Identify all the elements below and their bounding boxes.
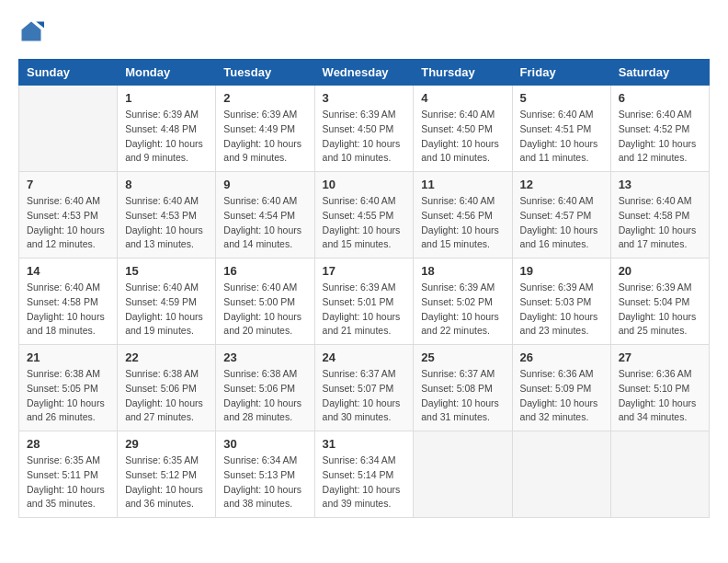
calendar-table: SundayMondayTuesdayWednesdayThursdayFrid…: [18, 59, 710, 518]
sunset: Sunset: 5:11 PM: [27, 469, 98, 480]
daylight: Daylight: 10 hours and 12 minutes.: [619, 138, 697, 164]
sunrise: Sunrise: 6:40 AM: [125, 195, 199, 206]
daylight: Daylight: 10 hours and 16 minutes.: [520, 224, 598, 250]
sunrise: Sunrise: 6:40 AM: [125, 282, 199, 293]
day-number: 14: [27, 264, 109, 278]
calendar-cell: 18 Sunrise: 6:39 AM Sunset: 5:02 PM Dayl…: [414, 259, 512, 345]
daylight: Daylight: 10 hours and 23 minutes.: [520, 311, 598, 337]
daylight: Daylight: 10 hours and 26 minutes.: [27, 397, 105, 423]
day-number: 11: [421, 178, 504, 191]
day-info: Sunrise: 6:36 AM Sunset: 5:09 PM Dayligh…: [520, 367, 603, 425]
day-info: Sunrise: 6:39 AM Sunset: 5:01 PM Dayligh…: [323, 281, 406, 339]
sunset: Sunset: 4:51 PM: [520, 123, 592, 134]
daylight: Daylight: 10 hours and 32 minutes.: [520, 397, 598, 423]
sunrise: Sunrise: 6:40 AM: [323, 195, 396, 206]
daylight: Daylight: 10 hours and 12 minutes.: [27, 224, 105, 250]
day-info: Sunrise: 6:39 AM Sunset: 4:49 PM Dayligh…: [223, 108, 306, 166]
day-info: Sunrise: 6:34 AM Sunset: 5:13 PM Dayligh…: [223, 454, 306, 511]
calendar-cell: 1 Sunrise: 6:39 AM Sunset: 4:48 PM Dayli…: [118, 86, 216, 172]
day-number: 4: [421, 91, 504, 105]
day-info: Sunrise: 6:40 AM Sunset: 4:58 PM Dayligh…: [27, 281, 109, 339]
sunrise: Sunrise: 6:40 AM: [619, 195, 692, 206]
sunrise: Sunrise: 6:38 AM: [27, 368, 100, 379]
sunset: Sunset: 5:03 PM: [520, 296, 592, 307]
sunrise: Sunrise: 6:38 AM: [125, 368, 199, 379]
sunrise: Sunrise: 6:40 AM: [421, 109, 495, 120]
sunset: Sunset: 4:58 PM: [619, 210, 690, 221]
day-number: 1: [125, 91, 208, 105]
sunset: Sunset: 5:10 PM: [619, 383, 690, 394]
sunrise: Sunrise: 6:39 AM: [421, 282, 495, 293]
day-info: Sunrise: 6:39 AM Sunset: 5:03 PM Dayligh…: [520, 281, 603, 339]
day-info: Sunrise: 6:37 AM Sunset: 5:07 PM Dayligh…: [323, 367, 406, 425]
sunrise: Sunrise: 6:35 AM: [125, 454, 199, 465]
sunset: Sunset: 4:52 PM: [619, 123, 690, 134]
day-number: 17: [323, 264, 406, 278]
calendar-cell: 20 Sunrise: 6:39 AM Sunset: 5:04 PM Dayl…: [610, 259, 709, 345]
day-info: Sunrise: 6:37 AM Sunset: 5:08 PM Dayligh…: [421, 367, 504, 425]
sunrise: Sunrise: 6:40 AM: [27, 282, 100, 293]
daylight: Daylight: 10 hours and 25 minutes.: [619, 311, 697, 337]
sunrise: Sunrise: 6:40 AM: [520, 195, 594, 206]
day-number: 10: [323, 178, 406, 191]
daylight: Daylight: 10 hours and 13 minutes.: [125, 224, 203, 250]
day-info: Sunrise: 6:40 AM Sunset: 4:53 PM Dayligh…: [125, 194, 208, 252]
day-info: Sunrise: 6:39 AM Sunset: 4:48 PM Dayligh…: [125, 108, 208, 166]
day-info: Sunrise: 6:40 AM Sunset: 4:58 PM Dayligh…: [619, 194, 701, 252]
calendar-cell: 26 Sunrise: 6:36 AM Sunset: 5:09 PM Dayl…: [512, 345, 610, 431]
calendar-cell: 5 Sunrise: 6:40 AM Sunset: 4:51 PM Dayli…: [512, 86, 610, 172]
sunrise: Sunrise: 6:40 AM: [619, 109, 692, 120]
sunset: Sunset: 4:58 PM: [27, 296, 98, 307]
calendar-cell: 4 Sunrise: 6:40 AM Sunset: 4:50 PM Dayli…: [414, 86, 512, 172]
day-number: 12: [520, 178, 603, 191]
calendar-cell: 25 Sunrise: 6:37 AM Sunset: 5:08 PM Dayl…: [414, 345, 512, 431]
sunset: Sunset: 4:53 PM: [27, 210, 98, 221]
day-number: 7: [27, 178, 109, 191]
header-friday: Friday: [512, 60, 610, 86]
sunset: Sunset: 5:05 PM: [27, 383, 98, 394]
sunrise: Sunrise: 6:40 AM: [223, 282, 297, 293]
sunset: Sunset: 5:04 PM: [619, 296, 690, 307]
daylight: Daylight: 10 hours and 30 minutes.: [323, 397, 401, 423]
day-number: 24: [323, 350, 406, 364]
week-row-5: 28 Sunrise: 6:35 AM Sunset: 5:11 PM Dayl…: [19, 431, 710, 518]
calendar-cell: 14 Sunrise: 6:40 AM Sunset: 4:58 PM Dayl…: [19, 259, 118, 345]
day-info: Sunrise: 6:38 AM Sunset: 5:05 PM Dayligh…: [27, 367, 109, 425]
calendar-cell: 13 Sunrise: 6:40 AM Sunset: 4:58 PM Dayl…: [610, 172, 709, 259]
sunset: Sunset: 5:12 PM: [125, 469, 197, 480]
day-number: 13: [619, 178, 701, 191]
sunset: Sunset: 4:56 PM: [421, 210, 493, 221]
sunrise: Sunrise: 6:40 AM: [421, 195, 495, 206]
calendar-cell: 17 Sunrise: 6:39 AM Sunset: 5:01 PM Dayl…: [314, 259, 414, 345]
day-info: Sunrise: 6:40 AM Sunset: 5:00 PM Dayligh…: [223, 281, 306, 339]
day-number: 28: [27, 437, 109, 451]
calendar-cell: 12 Sunrise: 6:40 AM Sunset: 4:57 PM Dayl…: [512, 172, 610, 259]
sunrise: Sunrise: 6:34 AM: [323, 454, 396, 465]
week-row-1: 1 Sunrise: 6:39 AM Sunset: 4:48 PM Dayli…: [19, 86, 710, 172]
day-info: Sunrise: 6:39 AM Sunset: 5:02 PM Dayligh…: [421, 281, 504, 339]
calendar-cell: 16 Sunrise: 6:40 AM Sunset: 5:00 PM Dayl…: [216, 259, 314, 345]
daylight: Daylight: 10 hours and 28 minutes.: [223, 397, 301, 423]
daylight: Daylight: 10 hours and 22 minutes.: [421, 311, 499, 337]
sunset: Sunset: 5:02 PM: [421, 296, 493, 307]
header-wednesday: Wednesday: [314, 60, 414, 86]
calendar-cell: [512, 431, 610, 518]
day-info: Sunrise: 6:40 AM Sunset: 4:57 PM Dayligh…: [520, 194, 603, 252]
calendar-cell: 11 Sunrise: 6:40 AM Sunset: 4:56 PM Dayl…: [414, 172, 512, 259]
sunset: Sunset: 4:48 PM: [125, 123, 197, 134]
calendar-cell: 31 Sunrise: 6:34 AM Sunset: 5:14 PM Dayl…: [314, 431, 414, 518]
sunrise: Sunrise: 6:39 AM: [125, 109, 199, 120]
sunrise: Sunrise: 6:38 AM: [223, 368, 297, 379]
day-number: 2: [223, 91, 306, 105]
sunset: Sunset: 4:57 PM: [520, 210, 592, 221]
calendar-cell: 22 Sunrise: 6:38 AM Sunset: 5:06 PM Dayl…: [118, 345, 216, 431]
sunrise: Sunrise: 6:37 AM: [323, 368, 396, 379]
sunset: Sunset: 4:55 PM: [323, 210, 394, 221]
daylight: Daylight: 10 hours and 34 minutes.: [619, 397, 697, 423]
calendar-cell: 6 Sunrise: 6:40 AM Sunset: 4:52 PM Dayli…: [610, 86, 709, 172]
sunset: Sunset: 5:07 PM: [323, 383, 394, 394]
calendar-cell: 23 Sunrise: 6:38 AM Sunset: 5:06 PM Dayl…: [216, 345, 314, 431]
sunrise: Sunrise: 6:40 AM: [27, 195, 100, 206]
logo-icon: [18, 18, 44, 44]
day-number: 21: [27, 350, 109, 364]
